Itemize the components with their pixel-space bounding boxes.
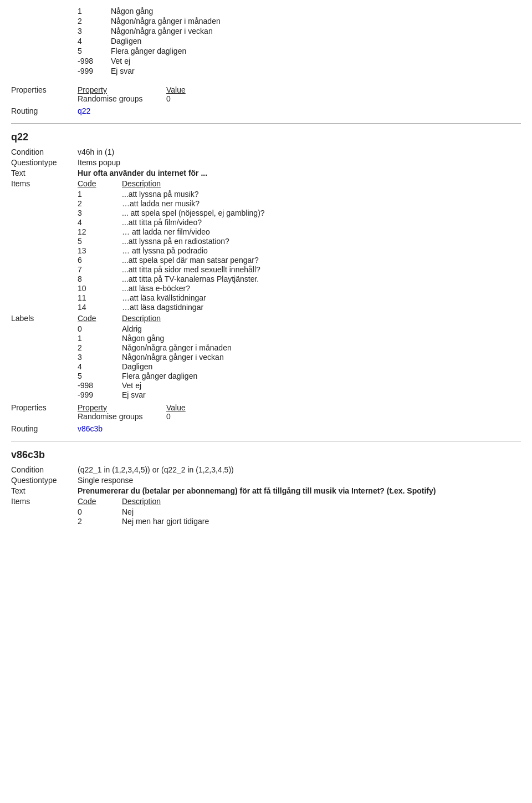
label-code: -998: [78, 381, 122, 390]
v86c3b-item-desc: Nej men har gjort tidigare: [122, 517, 209, 526]
q22-prop-col-property: Property: [78, 403, 166, 412]
labels-row: 5Flera gånger dagligen: [78, 372, 232, 380]
q22-routing-row: Routing v86c3b: [11, 424, 521, 433]
q22-questiontype-value: Items popup: [78, 158, 521, 167]
q22-routing-label: Routing: [11, 424, 78, 433]
top-properties-header: Property Value: [78, 85, 222, 94]
item-code: 13: [78, 246, 122, 255]
label-code: 2: [78, 343, 122, 352]
item-code: 11: [78, 293, 122, 302]
labels-row: -998Vet ej: [78, 381, 232, 390]
v86c3b-items-col-code: Code: [78, 497, 122, 506]
v86c3b-questiontype-value: Single response: [78, 476, 521, 485]
item-desc: ...att lyssna på musik?: [122, 190, 199, 199]
label-desc: Vet ej: [111, 57, 130, 65]
item-code: 8: [78, 275, 122, 283]
v86c3b-text-row: Text Prenumererar du (betalar per abonne…: [11, 486, 521, 495]
v86c3b-item-code: 2: [78, 517, 122, 526]
top-properties-row: Properties Property Value Randomise grou…: [11, 85, 521, 103]
q22-prop-value: 0: [166, 412, 222, 421]
v86c3b-item-code: 0: [78, 507, 122, 516]
item-code: 3: [78, 209, 122, 217]
v86c3b-items-header: Code Description: [78, 497, 209, 506]
label-code: 0: [78, 324, 122, 333]
v86c3b-title: v86c3b: [11, 449, 521, 461]
label-desc: Någon/några gånger i månaden: [111, 17, 221, 26]
prop-value: 0: [166, 94, 222, 103]
q22-labels-row: Labels Code Description 0Aldrig1Någon gå…: [11, 314, 521, 400]
v86c3b-items-col-desc: Description: [122, 497, 161, 506]
item-code: 7: [78, 265, 122, 274]
q22-properties-data: Randomise groups0: [78, 412, 222, 421]
item-code: 1: [78, 190, 122, 199]
top-properties-label: Properties: [11, 85, 78, 94]
prop-property: Randomise groups: [78, 94, 166, 103]
top-labels-container: 1Någon gång2Någon/några gånger i månaden…: [78, 7, 521, 75]
q22-items-row: Items Code Description 1...att lyssna på…: [11, 179, 521, 312]
top-routing-label: Routing: [11, 106, 78, 115]
item-code: 10: [78, 284, 122, 293]
top-label-row: 4Dagligen: [78, 37, 521, 45]
item-desc: ...att titta på film/video?: [122, 218, 202, 227]
label-desc: Flera gånger dagligen: [122, 372, 197, 380]
q22-labels-table: Code Description 0Aldrig1Någon gång2Någo…: [78, 314, 232, 400]
items-row: 6...att spela spel där man satsar pengar…: [78, 256, 265, 265]
label-desc: Någon/några gånger i veckan: [111, 27, 213, 35]
q22-condition-row: Condition v46h in (1): [11, 148, 521, 156]
label-code: -999: [78, 390, 122, 399]
item-desc: ...att lyssna på en radiostation?: [122, 237, 229, 246]
label-code: 4: [78, 362, 122, 371]
label-desc: Vet ej: [122, 381, 141, 390]
items-row: 13… att lyssna på podradio: [78, 246, 265, 255]
item-desc: ...att titta på sidor med sexuellt inneh…: [122, 265, 260, 274]
labels-row: 4Dagligen: [78, 362, 232, 371]
label-code: 4: [78, 37, 111, 45]
item-code: 4: [78, 218, 122, 227]
label-code: 1: [78, 334, 122, 343]
label-desc: Dagligen: [111, 37, 141, 45]
labels-row: 1Någon gång: [78, 334, 232, 343]
items-row: 3... att spela spel (nöjesspel, ej gambl…: [78, 209, 265, 217]
item-code: 14: [78, 303, 122, 312]
item-desc: ...att titta på TV-kanalernas Playtjänst…: [122, 275, 259, 283]
label-code: 3: [78, 27, 111, 35]
q22-properties-row: Properties Property Value Randomise grou…: [11, 403, 521, 421]
item-desc: ...att läsa e-böcker?: [122, 284, 190, 293]
label-desc: Ej svar: [122, 390, 146, 399]
q22-prop-col-value: Value: [166, 403, 222, 412]
label-code: 1: [78, 7, 111, 16]
label-desc: Någon gång: [122, 334, 164, 343]
label-desc: Någon/några gånger i månaden: [122, 343, 232, 352]
items-row: 1...att lyssna på musik?: [78, 190, 265, 199]
top-routing-row: Routing q22: [11, 106, 521, 115]
labels-row: 2Någon/några gånger i månaden: [78, 343, 232, 352]
label-desc: Någon/några gånger i veckan: [122, 353, 224, 362]
q22-labels-data: 0Aldrig1Någon gång2Någon/några gånger i …: [78, 324, 232, 400]
items-row: 4...att titta på film/video?: [78, 218, 265, 227]
item-code: 5: [78, 237, 122, 246]
label-code: -999: [78, 67, 111, 75]
top-properties-table: Property Value Randomise groups0: [78, 85, 222, 103]
v86c3b-condition-value: (q22_1 in (1,2,3,4,5)) or (q22_2 in (1,2…: [78, 465, 521, 474]
q22-items-label: Items: [11, 179, 78, 188]
v86c3b-items-label: Items: [11, 497, 78, 506]
q22-questiontype-label: Questiontype: [11, 158, 78, 167]
items-row: 14…att läsa dagstidningar: [78, 303, 265, 312]
q22-properties-header: Property Value: [78, 403, 222, 412]
items-row: 5...att lyssna på en radiostation?: [78, 237, 265, 246]
q22-labels-header: Code Description: [78, 314, 232, 323]
q22-routing-value[interactable]: v86c3b: [78, 424, 103, 433]
q22-text-label: Text: [11, 169, 78, 177]
divider-1: [11, 123, 521, 124]
items-row: 2…att ladda ner musik?: [78, 199, 265, 208]
v86c3b-section: v86c3b Condition (q22_1 in (1,2,3,4,5)) …: [11, 449, 521, 526]
item-desc: …att läsa dagstidningar: [122, 303, 203, 312]
item-desc: … att ladda ner film/video: [122, 227, 210, 236]
item-desc: ... att spela spel (nöjesspel, ej gambli…: [122, 209, 265, 217]
items-row: 8...att titta på TV-kanalernas Playtjäns…: [78, 275, 265, 283]
top-routing-value[interactable]: q22: [78, 106, 90, 115]
q22-items-table: Code Description 1...att lyssna på musik…: [78, 179, 265, 312]
items-row: 7...att titta på sidor med sexuellt inne…: [78, 265, 265, 274]
prop-data-row: Randomise groups0: [78, 94, 222, 103]
q22-labels-col-desc: Description: [122, 314, 161, 323]
